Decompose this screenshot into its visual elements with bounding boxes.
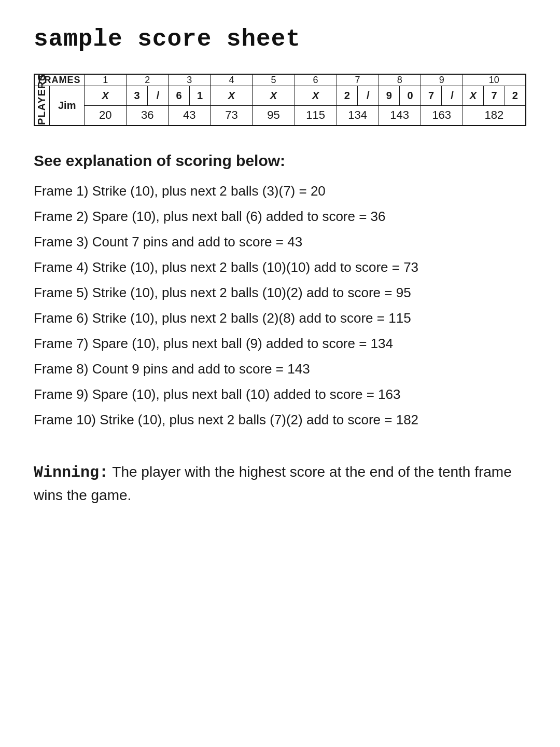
frame-10-header: 10 [463,74,526,86]
frame-2-ball-1: 3 [127,86,148,106]
ball-display-row: PLAYERS Jim X 3 / 6 1 X X X 2 / 9 0 [34,86,526,106]
player-name: Jim [50,86,85,126]
frame-1-score: 20 [85,106,127,126]
frame-8-ball-2: 0 [400,86,421,106]
frame-7-score: 134 [337,106,379,126]
frame-10-ball-3: 2 [505,86,526,106]
frame-4-ball-1: X [211,86,253,106]
winning-bold-label: Winning: [34,464,108,481]
frames-header-row: FRAMES 1 2 3 4 5 6 7 8 9 10 [34,74,526,86]
list-item: Frame 10) Strike (10), plus next 2 balls… [34,410,526,430]
frame-7-ball-2: / [358,86,379,106]
frame-5-header: 5 [253,74,295,86]
frame-4-score: 73 [211,106,253,126]
list-item: Frame 6) Strike (10), plus next 2 balls … [34,308,526,328]
explanation-section: See explanation of scoring below: Frame … [34,152,526,430]
frame-8-ball-1: 9 [379,86,400,106]
explanation-list: Frame 1) Strike (10), plus next 2 balls … [34,181,526,430]
frame-3-ball-1: 6 [169,86,190,106]
frame-7-ball-1: 2 [337,86,358,106]
list-item: Frame 9) Spare (10), plus next ball (10)… [34,384,526,405]
frame-6-ball-1: X [295,86,337,106]
frame-1-header: 1 [85,74,127,86]
frame-10-ball-2: 7 [484,86,505,106]
players-label: PLAYERS [34,86,50,126]
frame-6-header: 6 [295,74,337,86]
frame-8-header: 8 [379,74,421,86]
frame-2-header: 2 [127,74,169,86]
frame-2-ball-2: / [147,86,169,106]
frame-5-ball-1: X [253,86,295,106]
frame-3-header: 3 [169,74,211,86]
list-item: Frame 4) Strike (10), plus next 2 balls … [34,257,526,278]
list-item: Frame 3) Count 7 pins and add to score =… [34,232,526,252]
frame-9-header: 9 [421,74,463,86]
page-title: sample score sheet [34,26,526,53]
frame-9-ball-1: 7 [421,86,442,106]
frame-8-score: 143 [379,106,421,126]
explanation-heading: See explanation of scoring below: [34,152,526,170]
list-item: Frame 1) Strike (10), plus next 2 balls … [34,181,526,201]
list-item: Frame 5) Strike (10), plus next 2 balls … [34,283,526,303]
frame-3-score: 43 [169,106,211,126]
score-row: 20 36 43 73 95 115 134 143 163 182 [34,106,526,126]
frame-3-ball-2: 1 [189,86,211,106]
frame-5-score: 95 [253,106,295,126]
score-table: FRAMES 1 2 3 4 5 6 7 8 9 10 PLAY [34,74,526,126]
frame-7-header: 7 [337,74,379,86]
frame-6-score: 115 [295,106,337,126]
frame-10-ball-1: X [463,86,484,106]
frame-9-score: 163 [421,106,463,126]
list-item: Frame 2) Spare (10), plus next ball (6) … [34,206,526,227]
frame-9-ball-2: / [442,86,463,106]
frame-1-ball-1: X [85,86,127,106]
winning-section: Winning: The player with the highest sco… [34,461,526,506]
list-item: Frame 8) Count 9 pins and add to score =… [34,359,526,379]
frame-10-score: 182 [463,106,526,126]
frame-2-score: 36 [127,106,169,126]
frame-4-header: 4 [211,74,253,86]
score-sheet: FRAMES 1 2 3 4 5 6 7 8 9 10 PLAY [34,74,526,126]
list-item: Frame 7) Spare (10), plus next ball (9) … [34,334,526,354]
